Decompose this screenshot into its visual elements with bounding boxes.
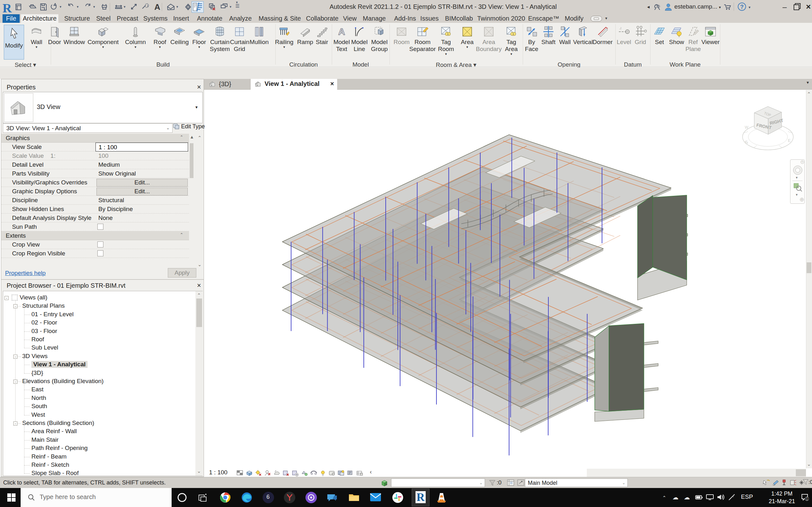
svg-text:1: 1 xyxy=(447,32,449,36)
svg-text:1: 1 xyxy=(147,4,148,7)
svg-text:E: E xyxy=(788,138,791,143)
svg-text:1: 1 xyxy=(512,32,514,36)
svg-text:-!: -! xyxy=(619,27,621,31)
svg-text:W: W xyxy=(745,125,749,130)
svg-text:A: A xyxy=(338,26,345,37)
svg-text:1: 1 xyxy=(806,497,808,501)
svg-text:S: S xyxy=(744,139,748,145)
svg-text:A: A xyxy=(154,2,160,12)
